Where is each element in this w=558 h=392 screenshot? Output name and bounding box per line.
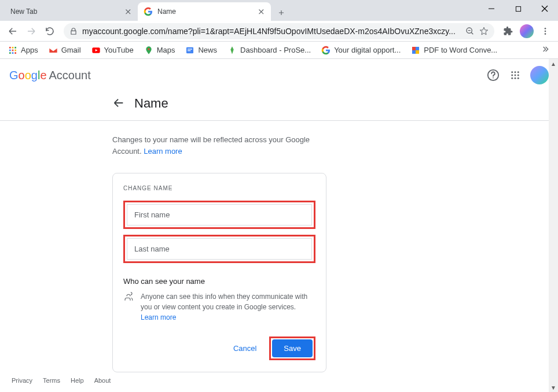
last-name-placeholder: Last name	[134, 245, 170, 253]
svg-rect-6	[12, 47, 14, 49]
account-avatar[interactable]	[530, 66, 549, 84]
page-header: Name	[0, 91, 558, 120]
bookmark-apps[interactable]: Apps	[8, 46, 38, 55]
help-button[interactable]	[486, 68, 500, 82]
last-name-field[interactable]: Last name	[127, 238, 312, 260]
first-name-placeholder: First name	[134, 210, 170, 219]
address-bar[interactable]: myaccount.google.com/name?pli=1&rapt=AEj…	[64, 23, 494, 39]
footer-privacy[interactable]: Privacy	[12, 377, 32, 384]
tab-title: New Tab	[10, 8, 124, 16]
close-icon[interactable]	[257, 8, 265, 16]
svg-point-31	[517, 77, 519, 79]
svg-point-3	[545, 30, 546, 32]
svg-rect-9	[12, 49, 14, 51]
cancel-button[interactable]: Cancel	[226, 339, 263, 357]
learn-more-link[interactable]: Learn more	[144, 147, 182, 156]
footer-terms[interactable]: Terms	[43, 377, 60, 384]
bookmarks-bar: Apps Gmail YouTube Maps News Dashboard -…	[0, 42, 558, 59]
apps-launcher[interactable]	[508, 68, 522, 82]
svg-rect-0	[516, 6, 520, 11]
google-bar: Google Account	[0, 59, 558, 91]
card-actions: Cancel Save	[123, 336, 315, 360]
menu-button[interactable]	[537, 23, 553, 39]
close-icon[interactable]	[124, 8, 132, 16]
bookmark-pdf[interactable]: PDF to Word Conve...	[411, 46, 497, 55]
svg-point-2	[545, 28, 546, 29]
avatar-icon	[530, 66, 549, 84]
footer-help[interactable]: Help	[71, 377, 84, 384]
svg-point-15	[148, 48, 149, 50]
star-icon[interactable]	[479, 27, 489, 36]
close-window-button[interactable]	[531, 0, 558, 17]
bookmark-label: YouTube	[104, 46, 134, 54]
logo-letter: o	[19, 69, 25, 82]
url-text: myaccount.google.com/name?pli=1&rapt=AEj…	[82, 27, 461, 36]
svg-rect-20	[412, 47, 416, 50]
maximize-button[interactable]	[505, 0, 531, 17]
bookmark-dashboard[interactable]: Dashboard - ProSe...	[227, 46, 311, 55]
back-button[interactable]	[5, 23, 21, 39]
kebab-icon	[541, 27, 550, 36]
bookmark-news[interactable]: News	[185, 46, 217, 55]
minimize-button[interactable]	[478, 0, 505, 17]
bookmark-digital[interactable]: Your digital opport...	[321, 46, 401, 55]
visibility-learn-more-link[interactable]: Learn more	[141, 313, 176, 321]
visibility-row: Anyone can see this info when they commu…	[123, 291, 315, 323]
bookmark-maps[interactable]: Maps	[144, 46, 175, 55]
svg-rect-18	[188, 50, 190, 51]
visibility-text-container: Anyone can see this info when they commu…	[141, 291, 315, 323]
highlight-first-name: First name	[123, 201, 315, 229]
scrollbar[interactable]: ▲ ▼	[549, 59, 558, 392]
logo-letter: o	[25, 69, 31, 82]
arrow-left-icon	[8, 26, 18, 36]
first-name-field[interactable]: First name	[127, 204, 312, 225]
bookmarks-overflow[interactable]	[541, 45, 550, 56]
logo-letter: e	[40, 69, 46, 82]
bookmark-label: Dashboard - ProSe...	[240, 46, 311, 54]
bookmark-label: PDF to Word Conve...	[424, 46, 497, 54]
apps-icon	[8, 46, 17, 55]
new-tab-button[interactable]	[273, 5, 289, 21]
scroll-down-button[interactable]: ▼	[549, 383, 558, 392]
tab-title: Name	[157, 8, 257, 16]
bookmark-label: Your digital opport...	[334, 46, 401, 54]
svg-rect-13	[14, 52, 16, 54]
bookmark-label: News	[198, 46, 217, 54]
forward-button[interactable]	[23, 23, 39, 39]
arrow-left-icon	[112, 97, 125, 109]
browser-tab-newtab[interactable]: New Tab	[5, 2, 138, 21]
profile-button[interactable]	[519, 23, 535, 39]
google-logo[interactable]: Google	[9, 69, 47, 82]
svg-rect-10	[14, 49, 16, 51]
card-heading: CHANGE NAME	[123, 185, 315, 191]
grid-icon	[510, 70, 520, 80]
bookmark-gmail[interactable]: Gmail	[49, 46, 81, 55]
browser-tab-name[interactable]: Name	[138, 2, 271, 21]
extensions-button[interactable]	[500, 23, 516, 39]
svg-point-24	[515, 71, 516, 73]
reload-button[interactable]	[42, 23, 58, 39]
svg-point-27	[515, 75, 516, 76]
bookmark-youtube[interactable]: YouTube	[91, 46, 134, 55]
visibility-text: Anyone can see this info when they commu…	[141, 293, 307, 311]
pdf-icon	[411, 46, 420, 55]
youtube-icon	[91, 46, 101, 55]
footer-about[interactable]: About	[94, 377, 111, 384]
scroll-up-button[interactable]: ▲	[549, 59, 558, 68]
page-title: Name	[134, 96, 168, 111]
page-back-button[interactable]	[112, 97, 126, 110]
maps-icon	[144, 46, 153, 55]
svg-point-28	[517, 75, 519, 76]
save-button[interactable]: Save	[272, 339, 313, 357]
tab-strip: New Tab Name	[0, 0, 558, 21]
google-g-icon	[321, 46, 331, 55]
svg-point-23	[511, 71, 513, 73]
change-name-card: CHANGE NAME First name Last name Who can…	[112, 173, 326, 372]
account-text: Account	[49, 69, 91, 82]
page-content: Google Account Name Changes to your name…	[0, 59, 558, 392]
zoom-icon[interactable]	[465, 27, 475, 36]
logo-letter: G	[9, 69, 19, 82]
svg-rect-21	[416, 50, 419, 54]
description: Changes to your name will be reflected a…	[0, 120, 324, 157]
visibility-heading: Who can see your name	[123, 277, 315, 286]
